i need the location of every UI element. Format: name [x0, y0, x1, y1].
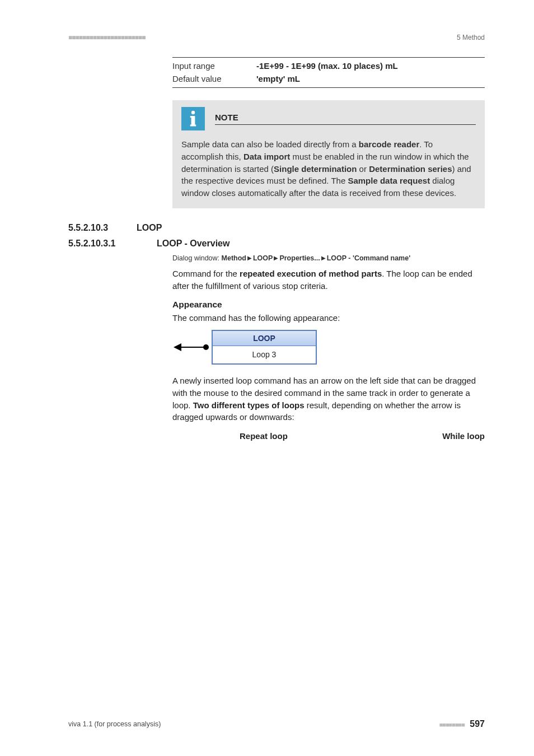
- dialog-path-seg: Properties...: [279, 254, 320, 262]
- dialog-path-seg: LOOP: [253, 254, 273, 262]
- repeat-loop-label: Repeat loop: [240, 431, 288, 441]
- note-title: NOTE: [215, 113, 476, 125]
- section-heading-loop: 5.5.2.10.3 LOOP: [68, 223, 485, 233]
- svg-point-6: [203, 344, 209, 350]
- param-label: Input range: [172, 60, 256, 73]
- appearance-heading: Appearance: [172, 300, 485, 310]
- svg-rect-2: [190, 116, 193, 118]
- info-icon: [181, 107, 205, 130]
- overview-intro: Command for the repeated execution of me…: [172, 268, 485, 292]
- triangle-icon: ▶: [273, 255, 279, 261]
- section-title: LOOP - Overview: [157, 239, 229, 249]
- section-heading-overview: 5.5.2.10.3.1 LOOP - Overview: [68, 239, 485, 249]
- loop-command-figure: LOOP Loop 3: [172, 330, 485, 365]
- loop-types-row: Repeat loop While loop: [172, 431, 485, 441]
- table-row: Input range -1E+99 - 1E+99 (max. 10 plac…: [172, 60, 485, 73]
- dialog-path-prefix: Dialog window:: [172, 254, 222, 262]
- note-callout: NOTE Sample data can also be loaded dire…: [172, 100, 485, 208]
- footer-ornament: ■■■■■■■■: [439, 721, 465, 728]
- footer-product: viva 1.1 (for process analysis): [68, 720, 161, 728]
- dialog-path-seg: Method: [222, 254, 246, 262]
- note-body: Sample data can also be loaded directly …: [181, 138, 476, 199]
- section-number: 5.5.2.10.3: [68, 223, 137, 233]
- section-number: 5.5.2.10.3.1: [68, 239, 157, 249]
- svg-point-0: [191, 111, 195, 114]
- while-loop-label: While loop: [442, 431, 485, 441]
- parameter-table: Input range -1E+99 - 1E+99 (max. 10 plac…: [172, 57, 485, 88]
- appearance-lead: The command has the following appearance…: [172, 312, 485, 324]
- svg-rect-3: [190, 125, 196, 127]
- page-footer: viva 1.1 (for process analysis) ■■■■■■■■…: [68, 719, 485, 729]
- param-value: -1E+99 - 1E+99 (max. 10 places) mL: [256, 60, 398, 73]
- page-header: ■■■■■■■■■■■■■■■■■■■■■■ 5 Method: [68, 34, 485, 41]
- triangle-icon: ▶: [320, 255, 327, 261]
- header-chapter: 5 Method: [457, 34, 485, 41]
- header-ornament-left: ■■■■■■■■■■■■■■■■■■■■■■: [68, 34, 145, 41]
- section-title: LOOP: [137, 223, 162, 233]
- page-number: 597: [470, 719, 485, 729]
- param-value: 'empty' mL: [256, 73, 300, 86]
- loop-arrow-icon: [172, 336, 212, 358]
- after-figure-text: A newly inserted loop command has an arr…: [172, 375, 485, 423]
- loop-card-header: LOOP: [213, 331, 316, 346]
- table-row: Default value 'empty' mL: [172, 73, 485, 86]
- loop-card-body: Loop 3: [213, 346, 316, 363]
- triangle-icon: ▶: [246, 255, 253, 261]
- loop-command-card: LOOP Loop 3: [212, 330, 317, 365]
- svg-marker-5: [174, 343, 181, 351]
- dialog-path-seg: LOOP - 'Command name': [327, 254, 411, 262]
- param-label: Default value: [172, 73, 256, 86]
- dialog-path: Dialog window: Method▶LOOP▶Properties...…: [172, 254, 485, 262]
